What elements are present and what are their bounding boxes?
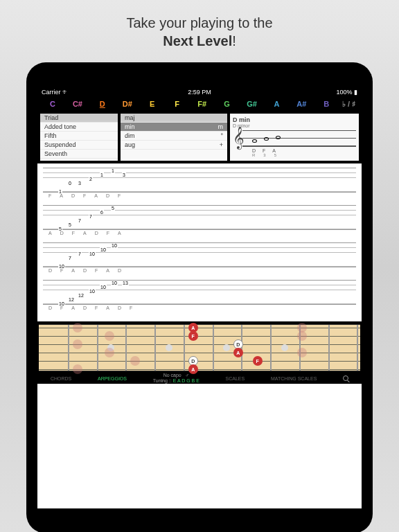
ghost-note [297,348,307,357]
tab-fret-number: 1 [111,168,115,173]
tab-fret-number: 10 [100,285,107,290]
tab-fret-number: 5 [68,222,72,227]
tab-block: 10131010121210DFADFADF [43,280,356,310]
note-A[interactable]: A [264,100,289,108]
tab-block: 1010710710DFADFAD [43,242,356,273]
note-Asharp[interactable]: A# [289,100,314,108]
category-triad[interactable]: Triad [40,114,118,123]
tab-chords[interactable]: CHORDS [51,376,71,381]
promo-line1: Take your playing to the [126,15,272,30]
tab-fret-number: 7 [78,251,82,256]
tab-note-labels: DFADFADF [43,305,356,310]
fret-note-F[interactable]: F [188,331,198,341]
fret-inlay [281,344,288,351]
ghost-note [73,323,82,332]
tab-fret-number: 1 [58,189,62,194]
note-C[interactable]: C [40,100,65,108]
note-F[interactable]: F [165,100,190,108]
note-D[interactable]: D [90,100,115,108]
tab-fret-number: 7 [78,218,82,223]
bottom-tab-bar: CHORDSARPEGGIOSNo capo ♂Tuning :: E A D … [37,373,362,384]
note-Gsharp[interactable]: G# [240,100,265,108]
chord-degree: 5 [274,153,276,157]
tab-fret-number: 10 [89,251,96,256]
chord-quality-list[interactable]: majminmdim°aug+ [121,114,227,161]
battery-label: 100% ▮ [336,89,357,96]
category-suspended[interactable]: Suspended [40,141,118,150]
ghost-note [105,331,114,341]
staff-note [276,136,281,139]
tab-note-labels: ADFADFA [43,231,356,236]
note-G[interactable]: G [215,100,240,108]
promo-line2: Next Level [163,33,232,48]
note-Csharp[interactable]: C# [65,100,90,108]
tab-matching-scales[interactable]: MATCHING SCALES [271,376,317,381]
tab-fret-number: 2 [89,177,93,181]
note-E[interactable]: E [140,100,165,108]
ghost-note [73,364,82,374]
quality-dim[interactable]: dim° [121,132,227,141]
chord-staff-panel: D min D minor 𝄞 DFA R35 [230,114,359,161]
tuning-display[interactable]: No capo ♂Tuning :: E A D G B E [153,373,200,383]
note-B[interactable]: B [314,100,339,108]
tab-fret-number: 0 [68,181,72,186]
fret-note-A[interactable]: A [233,348,243,357]
accidental-toggle[interactable]: ♭ / ♯ [339,100,359,109]
chord-tone: D [252,148,256,153]
note-Fsharp[interactable]: F# [190,100,215,108]
tab-fret-number: 3 [122,172,126,177]
tab-fret-number: 3 [78,181,82,186]
tab-fret-number: 5 [58,227,62,231]
promo-headline: Take your playing to the Next Level! [0,0,399,50]
tab-fret-number: 7 [68,256,72,260]
tab-fret-number: 12 [68,297,75,302]
ghost-note [105,348,114,357]
tab-fret-number: 12 [78,293,85,298]
fret-note-F[interactable]: F [253,356,263,366]
tab-scales[interactable]: SCALES [226,376,245,381]
music-staff: 𝄞 [242,130,356,147]
tab-fret-number: 13 [122,281,129,285]
tab-fret-number: 10 [100,247,107,252]
tab-fret-number: 10 [111,281,118,285]
fretboard-panel: ♪ ≡₃ ♭ 🔊 AFDAFDA [37,321,362,373]
search-icon[interactable] [343,375,348,382]
category-added-tone[interactable]: Added tone [40,123,118,132]
chord-fullname: D minor [233,123,356,128]
quality-aug[interactable]: aug+ [121,141,227,150]
tab-fret-number: 5 [111,206,115,211]
tab-block: 567755ADFADFA [43,205,356,236]
staff-note [252,139,257,143]
selector-panels: TriadAdded toneFifthSuspendedSeventh maj… [37,111,362,163]
fretboard-neck[interactable]: ♪ ≡₃ ♭ 🔊 AFDAFDA [39,324,360,371]
chord-name: D min [233,116,356,123]
category-fifth[interactable]: Fifth [40,132,118,141]
chord-degree: R [252,153,255,157]
status-bar: Carrier ᯤ 2:59 PM 100% ▮ [37,87,362,97]
tab-arpeggios[interactable]: ARPEGGIOS [98,376,127,381]
tab-fret-number: 10 [111,243,118,248]
tablet-frame: Carrier ᯤ 2:59 PM 100% ▮ CC#DD#EFF#GG#AA… [26,62,373,532]
chord-degree: 3 [263,153,265,157]
tab-note-labels: FADFADF [43,193,356,198]
category-seventh[interactable]: Seventh [40,150,118,159]
carrier-label: Carrier ᯤ [42,89,69,96]
chord-category-list[interactable]: TriadAdded toneFifthSuspendedSeventh [40,114,118,161]
tab-fret-number: 10 [89,289,96,294]
tab-fret-number: 1 [100,172,104,177]
fret-note-A[interactable]: A [188,364,198,374]
quality-min[interactable]: minm [121,123,227,132]
tab-fret-number: 10 [58,301,65,306]
note-selector-bar: CC#DD#EFF#GG#AA#B♭ / ♯ [37,97,362,111]
tab-fret-number: 10 [58,264,65,269]
tab-fret-number: 6 [100,210,104,215]
note-Dsharp[interactable]: D# [115,100,140,108]
status-time: 2:59 PM [188,89,211,96]
ghost-note [73,339,82,349]
chord-tone: A [272,148,276,153]
ghost-note [130,356,140,366]
tab-fret-number: 7 [89,214,93,219]
tab-staff: 1010710710 [43,242,356,267]
quality-maj[interactable]: maj [121,114,227,123]
tablature-area: 1132031FADFADF567755ADFADFA1010710710DFA… [37,163,362,321]
